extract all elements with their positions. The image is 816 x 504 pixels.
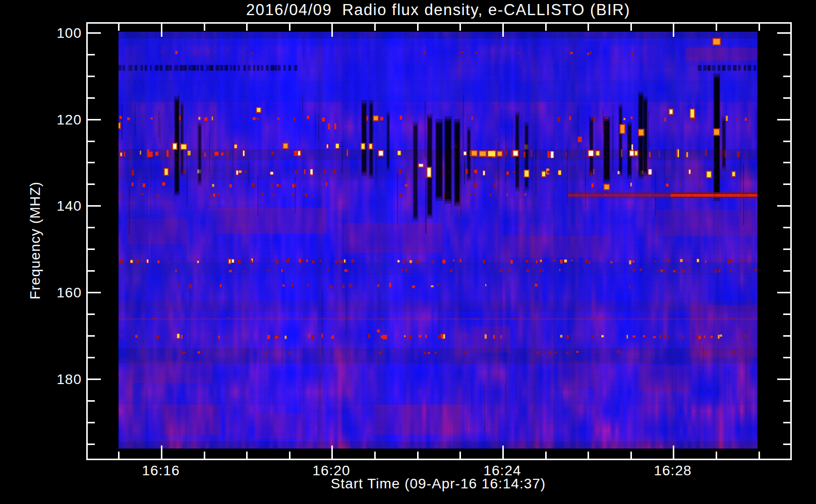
plot-frame-bottom xyxy=(86,459,792,460)
y-axis-tick xyxy=(88,119,101,120)
y-axis-tick xyxy=(783,270,790,272)
y-axis-tick xyxy=(88,183,95,185)
x-axis-tick xyxy=(759,452,760,459)
y-axis-tick xyxy=(777,379,790,380)
y-axis-tick xyxy=(88,444,95,445)
y-tick-label: 160 xyxy=(36,285,82,301)
y-axis-tick xyxy=(783,313,790,315)
x-axis-tick xyxy=(588,452,589,459)
x-axis-tick xyxy=(374,24,376,31)
y-axis-tick xyxy=(783,357,790,358)
y-axis-tick xyxy=(88,97,95,99)
y-axis-tick xyxy=(88,76,95,77)
plot-frame-right xyxy=(790,22,792,459)
x-axis-tick xyxy=(417,24,419,31)
x-axis-tick xyxy=(502,446,504,459)
x-axis-title: Start Time (09-Apr-16 16:14:37) xyxy=(331,476,546,492)
x-axis-tick xyxy=(161,446,162,459)
y-axis-tick xyxy=(783,183,790,185)
y-axis-tick xyxy=(783,227,790,228)
x-axis-tick xyxy=(673,24,674,37)
y-axis-tick xyxy=(88,54,95,55)
x-tick-label: 16:28 xyxy=(637,463,708,479)
plot-frame-left xyxy=(86,22,88,459)
y-axis-tick xyxy=(783,141,790,142)
x-axis-tick xyxy=(204,452,205,459)
plot-frame-top xyxy=(86,22,792,24)
x-axis-tick xyxy=(289,24,290,31)
x-axis-tick xyxy=(588,24,589,31)
x-axis-tick xyxy=(246,24,248,31)
x-axis-tick xyxy=(459,24,461,31)
y-axis-tick xyxy=(777,292,790,293)
y-axis-tick xyxy=(88,379,101,380)
x-axis-tick xyxy=(246,452,248,459)
spectrogram-image xyxy=(119,32,757,449)
y-axis-tick xyxy=(783,97,790,99)
y-axis-tick xyxy=(777,32,790,34)
y-axis-tick xyxy=(783,422,790,423)
spectrogram-figure: 2016/04/09 Radio flux density, e-CALLIST… xyxy=(0,0,816,504)
x-axis-tick xyxy=(118,24,120,31)
y-axis-tick xyxy=(777,119,790,120)
y-axis-tick xyxy=(783,162,790,163)
x-axis-tick xyxy=(545,24,547,31)
x-axis-tick xyxy=(630,24,632,31)
y-axis-tick xyxy=(88,205,101,207)
x-axis-tick xyxy=(374,452,376,459)
y-axis-tick xyxy=(88,162,95,163)
x-tick-label: 16:16 xyxy=(126,463,196,479)
x-axis-tick xyxy=(459,452,461,459)
y-axis-tick xyxy=(88,357,95,358)
y-axis-tick xyxy=(88,141,95,142)
x-axis-tick xyxy=(716,24,717,31)
x-axis-tick xyxy=(118,452,120,459)
x-axis-tick xyxy=(289,452,290,459)
y-axis-tick xyxy=(88,400,95,402)
y-axis-tick xyxy=(783,400,790,402)
x-axis-tick xyxy=(161,24,162,37)
y-axis-tick xyxy=(783,444,790,445)
x-axis-tick xyxy=(331,446,333,459)
y-axis-tick xyxy=(88,227,95,228)
y-axis-tick xyxy=(88,422,95,423)
y-axis-tick xyxy=(88,292,101,293)
y-tick-label: 100 xyxy=(36,25,82,41)
y-axis-tick xyxy=(783,335,790,337)
x-axis-tick xyxy=(204,24,205,31)
y-axis-tick xyxy=(777,205,790,207)
y-tick-label: 140 xyxy=(36,198,82,214)
y-axis-tick xyxy=(783,248,790,250)
x-axis-tick xyxy=(716,452,717,459)
y-axis-tick xyxy=(88,313,95,315)
y-tick-label: 120 xyxy=(36,112,82,128)
y-tick-label: 180 xyxy=(36,371,82,388)
y-axis-tick xyxy=(88,248,95,250)
y-axis-tick xyxy=(783,76,790,77)
x-axis-tick xyxy=(545,452,547,459)
chart-title: 2016/04/09 Radio flux density, e-CALLIST… xyxy=(246,1,630,19)
x-axis-tick xyxy=(331,24,333,37)
y-axis-tick xyxy=(783,54,790,55)
x-axis-tick xyxy=(673,446,674,459)
x-axis-tick xyxy=(759,24,760,31)
y-axis-tick xyxy=(88,32,101,34)
y-axis-tick xyxy=(88,335,95,337)
y-axis-tick xyxy=(88,270,95,272)
x-axis-tick xyxy=(417,452,419,459)
x-axis-tick xyxy=(630,452,632,459)
x-axis-tick xyxy=(502,24,504,37)
